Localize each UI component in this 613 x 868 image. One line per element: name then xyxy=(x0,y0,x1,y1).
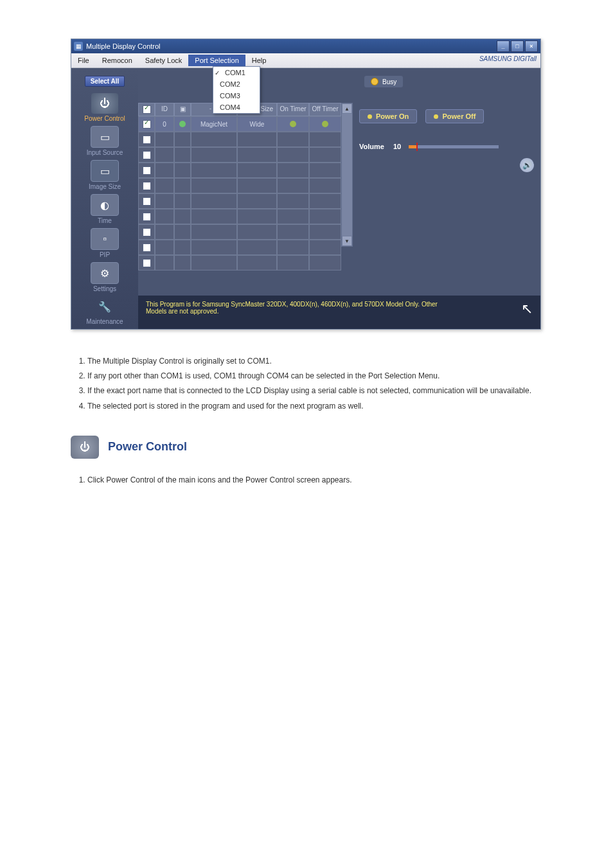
port-option-com3[interactable]: COM3 xyxy=(213,90,260,102)
scroll-up-button[interactable]: ▲ xyxy=(342,103,352,114)
sidebar-item-label: Settings xyxy=(93,285,116,292)
note-item: If any port other than COM1 is used, COM… xyxy=(87,370,542,382)
maximize-button[interactable]: □ xyxy=(511,40,524,52)
sidebar-item-image-size[interactable]: ▭ Image Size xyxy=(76,160,134,190)
sidebar-item-label: Power Control xyxy=(84,115,125,122)
vertical-scrollbar[interactable]: ▲ ▼ xyxy=(341,103,353,247)
app-window: ▦ Multiple Display Control _ □ × File Re… xyxy=(71,39,541,330)
sidebar-item-input-source[interactable]: ▭ Input Source xyxy=(76,126,134,156)
table-row[interactable] xyxy=(138,255,341,270)
power-section-icon: ⏻ xyxy=(71,436,99,459)
row-checkbox[interactable] xyxy=(143,213,151,221)
power-icon: ⏻ xyxy=(91,93,118,114)
port-option-com4[interactable]: COM4 xyxy=(213,102,260,113)
table-row[interactable] xyxy=(138,178,341,193)
sidebar-item-label: Maintenance xyxy=(86,318,123,325)
table-row[interactable] xyxy=(138,147,341,163)
row-checkbox[interactable] xyxy=(143,136,151,144)
sidebar-item-label: Input Source xyxy=(87,149,123,156)
row-checkbox[interactable] xyxy=(143,197,151,206)
footer-text-1: This Program is for Samsung SyncMaster 3… xyxy=(146,301,438,308)
wrench-icon: 🔧 xyxy=(91,296,118,317)
col-on-timer: On Timer xyxy=(277,103,309,116)
volume-label: Volume xyxy=(359,143,384,150)
sidebar-item-power-control[interactable]: ⏻ Power Control xyxy=(76,93,134,122)
status-dot-icon xyxy=(179,121,186,127)
sidebar-item-time[interactable]: ◐ Time xyxy=(76,194,134,224)
sidebar-item-label: Time xyxy=(98,217,112,224)
col-id: ID xyxy=(155,103,174,116)
window-title: Multiple Display Control xyxy=(86,42,161,50)
footer-notice: This Program is for Samsung SyncMaster 3… xyxy=(138,296,540,329)
table-row[interactable] xyxy=(138,132,341,147)
row-checkbox[interactable] xyxy=(143,120,151,128)
cell-image-size: Wide xyxy=(237,116,277,132)
cell-id: 0 xyxy=(155,116,174,132)
sub-note-item: Click Power Control of the main icons an… xyxy=(87,475,542,484)
input-icon: ▭ xyxy=(91,126,119,148)
table-row[interactable] xyxy=(138,163,341,178)
sidebar-item-label: Image Size xyxy=(89,183,121,190)
brand-label: SAMSUNG DIGITall xyxy=(479,55,537,62)
volume-control: Volume 10 xyxy=(359,143,534,150)
table-row[interactable] xyxy=(138,209,341,224)
select-all-button[interactable]: Select All xyxy=(85,76,125,87)
section-header: ⏻ Power Control xyxy=(71,436,542,459)
table-row[interactable] xyxy=(138,224,341,240)
volume-thumb[interactable] xyxy=(416,143,418,151)
header-checkbox[interactable] xyxy=(143,105,151,114)
note-item: The selected port is stored in the progr… xyxy=(87,400,542,412)
note-item: If the exact port name that is connected… xyxy=(87,385,542,397)
speaker-icon[interactable]: 🔊 xyxy=(520,158,534,172)
power-off-button[interactable]: Power Off xyxy=(425,109,484,123)
sidebar-item-pip[interactable]: ▫ PIP xyxy=(76,228,134,258)
row-checkbox[interactable] xyxy=(143,244,151,252)
close-button[interactable]: × xyxy=(525,40,538,52)
row-checkbox[interactable] xyxy=(143,166,151,175)
clock-icon: ◐ xyxy=(91,194,119,216)
table-row[interactable] xyxy=(138,240,341,255)
cell-magicnet: MagicNet xyxy=(191,116,237,132)
menu-remocon[interactable]: Remocon xyxy=(96,55,139,66)
row-checkbox[interactable] xyxy=(143,182,151,190)
volume-value: 10 xyxy=(393,143,401,150)
col-status-icon: ▣ xyxy=(174,103,191,116)
sub-notes-list: Click Power Control of the main icons an… xyxy=(71,475,542,484)
table-row[interactable]: 0 MagicNet Wide xyxy=(138,116,341,132)
menu-port-selection[interactable]: Port Selection xyxy=(188,55,245,66)
dot-icon xyxy=(434,114,438,119)
port-option-com1[interactable]: COM1 xyxy=(213,67,260,78)
row-checkbox[interactable] xyxy=(143,228,151,236)
row-checkbox[interactable] xyxy=(143,151,151,159)
table-row[interactable] xyxy=(138,193,341,209)
sidebar-item-label: PIP xyxy=(100,251,110,258)
menu-file[interactable]: File xyxy=(71,55,96,66)
port-option-com2[interactable]: COM2 xyxy=(213,78,260,90)
menu-safety-lock[interactable]: Safety Lock xyxy=(139,55,188,66)
port-selection-dropdown[interactable]: COM1 COM2 COM3 COM4 xyxy=(213,66,260,114)
busy-dot-icon xyxy=(371,78,378,85)
busy-label: Busy xyxy=(382,78,396,85)
menu-help[interactable]: Help xyxy=(245,55,273,66)
col-off-timer: Off Timer xyxy=(309,103,341,116)
note-item: The Multiple Display Control is original… xyxy=(87,355,542,368)
off-timer-dot-icon xyxy=(322,121,328,127)
on-timer-dot-icon xyxy=(290,121,296,127)
busy-indicator: Busy xyxy=(364,76,403,87)
image-size-icon: ▭ xyxy=(91,160,119,182)
power-on-button[interactable]: Power On xyxy=(359,109,417,123)
row-checkbox[interactable] xyxy=(143,259,151,267)
scroll-down-button[interactable]: ▼ xyxy=(342,236,352,246)
volume-slider[interactable] xyxy=(409,145,499,148)
sidebar-item-maintenance[interactable]: 🔧 Maintenance xyxy=(76,296,134,325)
notes-list: The Multiple Display Control is original… xyxy=(71,355,542,412)
menubar: File Remocon Safety Lock Port Selection … xyxy=(71,53,540,68)
sidebar: Select All ⏻ Power Control ▭ Input Sourc… xyxy=(71,68,138,329)
sidebar-item-settings[interactable]: ⚙ Settings xyxy=(76,262,134,292)
section-title: Power Control xyxy=(108,440,187,454)
minimize-button[interactable]: _ xyxy=(497,40,510,52)
gear-icon: ⚙ xyxy=(91,262,119,284)
pip-icon: ▫ xyxy=(91,228,119,250)
footer-text-2: Models are not approved. xyxy=(146,308,218,315)
cursor-icon: ↖ xyxy=(521,301,533,317)
